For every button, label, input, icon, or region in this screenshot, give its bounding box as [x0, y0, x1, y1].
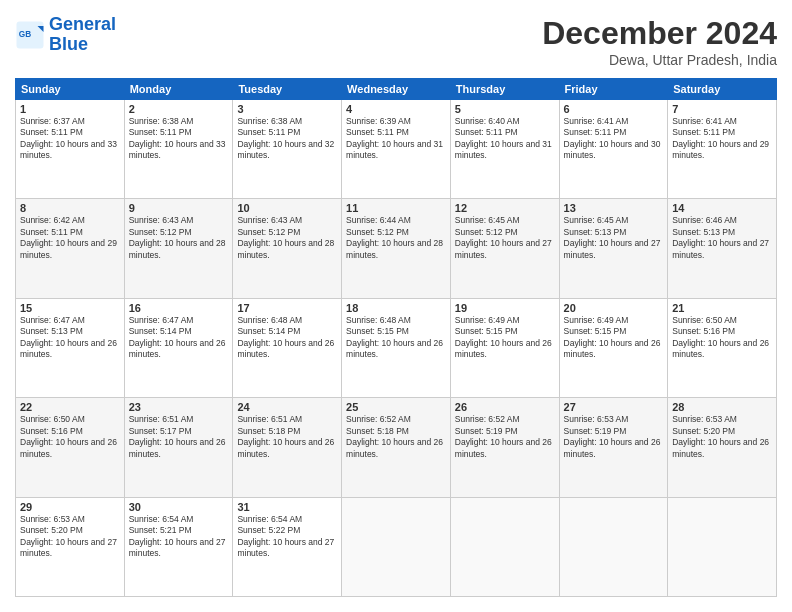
logo: GB General Blue: [15, 15, 116, 55]
day-number: 29: [20, 501, 120, 513]
day-number: 16: [129, 302, 229, 314]
calendar-week-2: 8 Sunrise: 6:42 AM Sunset: 5:11 PM Dayli…: [16, 199, 777, 298]
day-cell-3: 3 Sunrise: 6:38 AM Sunset: 5:11 PM Dayli…: [233, 100, 342, 199]
day-number: 24: [237, 401, 337, 413]
col-header-friday: Friday: [559, 79, 668, 100]
day-detail: Sunrise: 6:51 AM Sunset: 5:18 PM Dayligh…: [237, 414, 337, 460]
month-title: December 2024: [542, 15, 777, 52]
calendar-week-4: 22 Sunrise: 6:50 AM Sunset: 5:16 PM Dayl…: [16, 398, 777, 497]
day-number: 25: [346, 401, 446, 413]
empty-cell: [668, 497, 777, 596]
day-detail: Sunrise: 6:53 AM Sunset: 5:19 PM Dayligh…: [564, 414, 664, 460]
col-header-saturday: Saturday: [668, 79, 777, 100]
day-detail: Sunrise: 6:47 AM Sunset: 5:13 PM Dayligh…: [20, 315, 120, 361]
day-detail: Sunrise: 6:45 AM Sunset: 5:13 PM Dayligh…: [564, 215, 664, 261]
day-cell-6: 6 Sunrise: 6:41 AM Sunset: 5:11 PM Dayli…: [559, 100, 668, 199]
day-number: 21: [672, 302, 772, 314]
day-number: 20: [564, 302, 664, 314]
day-detail: Sunrise: 6:47 AM Sunset: 5:14 PM Dayligh…: [129, 315, 229, 361]
page: GB General Blue December 2024 Dewa, Utta…: [0, 0, 792, 612]
day-cell-16: 16 Sunrise: 6:47 AM Sunset: 5:14 PM Dayl…: [124, 298, 233, 397]
col-header-wednesday: Wednesday: [342, 79, 451, 100]
day-number: 30: [129, 501, 229, 513]
day-detail: Sunrise: 6:42 AM Sunset: 5:11 PM Dayligh…: [20, 215, 120, 261]
day-number: 6: [564, 103, 664, 115]
day-detail: Sunrise: 6:43 AM Sunset: 5:12 PM Dayligh…: [129, 215, 229, 261]
day-cell-30: 30 Sunrise: 6:54 AM Sunset: 5:21 PM Dayl…: [124, 497, 233, 596]
day-cell-10: 10 Sunrise: 6:43 AM Sunset: 5:12 PM Dayl…: [233, 199, 342, 298]
day-detail: Sunrise: 6:54 AM Sunset: 5:21 PM Dayligh…: [129, 514, 229, 560]
day-detail: Sunrise: 6:39 AM Sunset: 5:11 PM Dayligh…: [346, 116, 446, 162]
day-number: 9: [129, 202, 229, 214]
day-number: 27: [564, 401, 664, 413]
day-detail: Sunrise: 6:51 AM Sunset: 5:17 PM Dayligh…: [129, 414, 229, 460]
day-detail: Sunrise: 6:45 AM Sunset: 5:12 PM Dayligh…: [455, 215, 555, 261]
day-number: 19: [455, 302, 555, 314]
day-number: 11: [346, 202, 446, 214]
day-number: 31: [237, 501, 337, 513]
day-number: 8: [20, 202, 120, 214]
col-header-thursday: Thursday: [450, 79, 559, 100]
day-cell-19: 19 Sunrise: 6:49 AM Sunset: 5:15 PM Dayl…: [450, 298, 559, 397]
day-number: 18: [346, 302, 446, 314]
day-number: 1: [20, 103, 120, 115]
day-detail: Sunrise: 6:38 AM Sunset: 5:11 PM Dayligh…: [129, 116, 229, 162]
logo-text: General Blue: [49, 15, 116, 55]
day-cell-28: 28 Sunrise: 6:53 AM Sunset: 5:20 PM Dayl…: [668, 398, 777, 497]
empty-cell: [559, 497, 668, 596]
day-cell-14: 14 Sunrise: 6:46 AM Sunset: 5:13 PM Dayl…: [668, 199, 777, 298]
day-cell-23: 23 Sunrise: 6:51 AM Sunset: 5:17 PM Dayl…: [124, 398, 233, 497]
empty-cell: [342, 497, 451, 596]
day-detail: Sunrise: 6:52 AM Sunset: 5:19 PM Dayligh…: [455, 414, 555, 460]
day-detail: Sunrise: 6:50 AM Sunset: 5:16 PM Dayligh…: [20, 414, 120, 460]
day-detail: Sunrise: 6:53 AM Sunset: 5:20 PM Dayligh…: [20, 514, 120, 560]
day-cell-25: 25 Sunrise: 6:52 AM Sunset: 5:18 PM Dayl…: [342, 398, 451, 497]
day-number: 3: [237, 103, 337, 115]
day-number: 13: [564, 202, 664, 214]
day-number: 28: [672, 401, 772, 413]
day-cell-5: 5 Sunrise: 6:40 AM Sunset: 5:11 PM Dayli…: [450, 100, 559, 199]
day-number: 17: [237, 302, 337, 314]
day-number: 15: [20, 302, 120, 314]
day-detail: Sunrise: 6:46 AM Sunset: 5:13 PM Dayligh…: [672, 215, 772, 261]
day-cell-13: 13 Sunrise: 6:45 AM Sunset: 5:13 PM Dayl…: [559, 199, 668, 298]
day-cell-21: 21 Sunrise: 6:50 AM Sunset: 5:16 PM Dayl…: [668, 298, 777, 397]
day-cell-12: 12 Sunrise: 6:45 AM Sunset: 5:12 PM Dayl…: [450, 199, 559, 298]
day-number: 2: [129, 103, 229, 115]
day-cell-27: 27 Sunrise: 6:53 AM Sunset: 5:19 PM Dayl…: [559, 398, 668, 497]
day-detail: Sunrise: 6:48 AM Sunset: 5:14 PM Dayligh…: [237, 315, 337, 361]
day-cell-24: 24 Sunrise: 6:51 AM Sunset: 5:18 PM Dayl…: [233, 398, 342, 497]
day-cell-2: 2 Sunrise: 6:38 AM Sunset: 5:11 PM Dayli…: [124, 100, 233, 199]
col-header-sunday: Sunday: [16, 79, 125, 100]
general-blue-icon: GB: [15, 20, 45, 50]
day-detail: Sunrise: 6:44 AM Sunset: 5:12 PM Dayligh…: [346, 215, 446, 261]
day-number: 23: [129, 401, 229, 413]
day-detail: Sunrise: 6:53 AM Sunset: 5:20 PM Dayligh…: [672, 414, 772, 460]
day-cell-15: 15 Sunrise: 6:47 AM Sunset: 5:13 PM Dayl…: [16, 298, 125, 397]
day-cell-7: 7 Sunrise: 6:41 AM Sunset: 5:11 PM Dayli…: [668, 100, 777, 199]
day-number: 7: [672, 103, 772, 115]
empty-cell: [450, 497, 559, 596]
day-number: 5: [455, 103, 555, 115]
day-detail: Sunrise: 6:50 AM Sunset: 5:16 PM Dayligh…: [672, 315, 772, 361]
day-number: 14: [672, 202, 772, 214]
day-number: 4: [346, 103, 446, 115]
location-subtitle: Dewa, Uttar Pradesh, India: [542, 52, 777, 68]
day-detail: Sunrise: 6:48 AM Sunset: 5:15 PM Dayligh…: [346, 315, 446, 361]
day-cell-29: 29 Sunrise: 6:53 AM Sunset: 5:20 PM Dayl…: [16, 497, 125, 596]
day-detail: Sunrise: 6:49 AM Sunset: 5:15 PM Dayligh…: [564, 315, 664, 361]
day-cell-9: 9 Sunrise: 6:43 AM Sunset: 5:12 PM Dayli…: [124, 199, 233, 298]
day-detail: Sunrise: 6:41 AM Sunset: 5:11 PM Dayligh…: [564, 116, 664, 162]
calendar-week-5: 29 Sunrise: 6:53 AM Sunset: 5:20 PM Dayl…: [16, 497, 777, 596]
day-detail: Sunrise: 6:37 AM Sunset: 5:11 PM Dayligh…: [20, 116, 120, 162]
day-cell-26: 26 Sunrise: 6:52 AM Sunset: 5:19 PM Dayl…: [450, 398, 559, 497]
day-cell-17: 17 Sunrise: 6:48 AM Sunset: 5:14 PM Dayl…: [233, 298, 342, 397]
day-cell-20: 20 Sunrise: 6:49 AM Sunset: 5:15 PM Dayl…: [559, 298, 668, 397]
day-number: 26: [455, 401, 555, 413]
day-detail: Sunrise: 6:41 AM Sunset: 5:11 PM Dayligh…: [672, 116, 772, 162]
day-cell-8: 8 Sunrise: 6:42 AM Sunset: 5:11 PM Dayli…: [16, 199, 125, 298]
calendar-week-1: 1 Sunrise: 6:37 AM Sunset: 5:11 PM Dayli…: [16, 100, 777, 199]
day-number: 12: [455, 202, 555, 214]
col-header-monday: Monday: [124, 79, 233, 100]
svg-text:GB: GB: [19, 29, 31, 38]
